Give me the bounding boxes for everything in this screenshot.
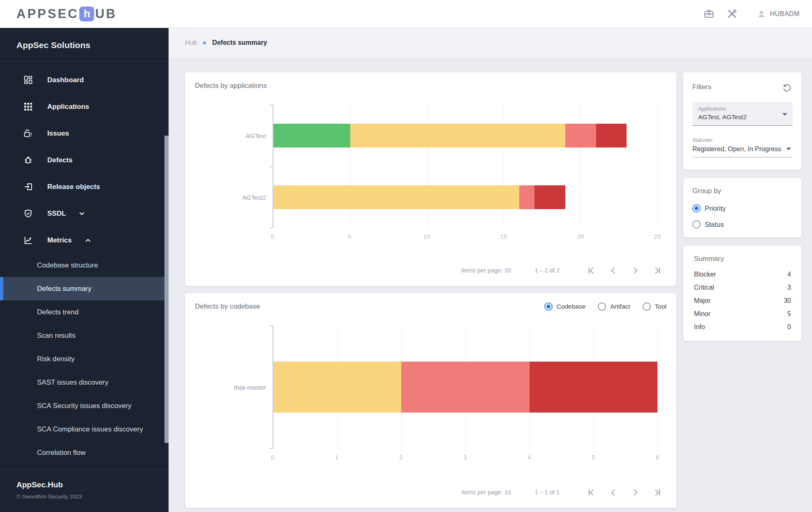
sub-item-label: Defects summary — [37, 285, 91, 293]
summary-card: Summary Blocker 4 Critical 3 Major 30 M — [683, 246, 802, 341]
bar-segment-blocker[interactable] — [534, 185, 565, 209]
summary-label: Info — [694, 323, 705, 331]
x-tick-label: 5 — [348, 233, 351, 240]
radio-label: Tool — [655, 303, 666, 310]
bar-segment-major[interactable] — [350, 124, 565, 148]
radio-label: Artifact — [610, 303, 630, 310]
sidebar-item-issues[interactable]: Issues — [0, 120, 169, 147]
exit-to-app-icon — [23, 182, 33, 192]
radio-priority[interactable]: Priority — [692, 204, 793, 212]
axis-tick — [270, 227, 273, 228]
sidebar-item-risk-density[interactable]: Risk density — [0, 347, 169, 371]
radio-status[interactable]: Status — [692, 220, 793, 228]
unlock-alert-icon — [23, 128, 33, 139]
previous-page-icon[interactable] — [607, 265, 619, 276]
chart-title: Defects by applications — [195, 82, 267, 90]
stacked-bar — [273, 362, 657, 413]
chevron-down-icon — [786, 148, 791, 150]
page-range: 1 – 1 of 1 — [535, 489, 560, 496]
charts-column: Defects by applications AGTestAGTest2 05… — [185, 72, 676, 512]
chevron-down-icon — [782, 113, 787, 116]
sidebar-item-codebase-structure[interactable]: Codebase structure — [0, 254, 169, 277]
sidebar-item-applications[interactable]: Applications — [0, 93, 169, 120]
sidebar-item-label: Applications — [47, 103, 89, 111]
sidebar-item-defects-summary[interactable]: Defects summary — [0, 277, 169, 300]
statuses-select-label: Statuses — [692, 137, 782, 143]
radio-codebase[interactable]: Codebase — [544, 302, 586, 311]
summary-title: Summary — [694, 255, 791, 263]
previous-page-icon[interactable] — [607, 487, 619, 498]
sidebar-item-release-objects[interactable]: Release objects — [0, 173, 169, 200]
applications-select-value: AGTest, AGTest2 — [698, 113, 779, 121]
items-per-page-value[interactable]: 10 — [504, 267, 511, 274]
axis-tick — [270, 448, 273, 449]
breadcrumb-hub-link[interactable]: Hub — [185, 39, 197, 46]
stacked-bar — [273, 185, 657, 209]
shield-check-icon — [23, 208, 33, 219]
footer-copyright: © Swordfish Security 2023 — [16, 494, 152, 500]
sidebar-item-defects-trend[interactable]: Defects trend — [0, 300, 169, 324]
chart-title: Defects by codebase — [195, 302, 260, 311]
bar-segment-blocker[interactable] — [596, 124, 627, 148]
bar-segment-major[interactable] — [273, 185, 519, 209]
x-tick-label: 15 — [500, 233, 507, 240]
user-menu[interactable]: HUBADM — [756, 9, 800, 19]
bar-segment-minor[interactable] — [273, 124, 350, 148]
sidebar-item-metrics[interactable]: Metrics — [0, 227, 169, 254]
bug-icon — [23, 155, 33, 166]
briefcase-icon[interactable] — [703, 8, 715, 20]
applications-select[interactable]: Applications AGTest, AGTest2 — [692, 102, 793, 126]
sidebar-item-sca-compliance-issues-discovery[interactable]: SCA Compliance issues discovery — [0, 417, 169, 441]
tools-icon[interactable] — [726, 8, 738, 20]
sidebar-nav: Dashboard Applications — [0, 62, 169, 464]
stacked-bar — [273, 124, 657, 148]
sidebar-item-sast-issues-discovery[interactable]: SAST issues discovery — [0, 371, 169, 394]
radio-label: Codebase — [557, 303, 586, 310]
summary-row-blocker: Blocker 4 — [694, 268, 791, 281]
chevron-down-icon — [77, 209, 86, 218]
statuses-select-value: Registered, Open, In Progress — [692, 145, 782, 153]
bar-segment-critical[interactable] — [519, 185, 534, 209]
bar-segment-critical[interactable] — [565, 124, 596, 148]
first-page-icon[interactable] — [585, 265, 597, 276]
paginator: Items per page: 10 1 – 2 of 2 — [195, 265, 666, 278]
sidebar-item-scan-results[interactable]: Scan results — [0, 324, 169, 347]
bar-segment-major[interactable] — [273, 362, 401, 413]
next-page-icon[interactable] — [629, 487, 641, 498]
sidebar-scrollbar[interactable] — [164, 136, 169, 443]
axis-tick — [270, 105, 273, 106]
x-tick-label: 25 — [654, 233, 661, 240]
radio-label: Priority — [705, 205, 726, 212]
breadcrumb: Hub Defects summary — [169, 28, 812, 58]
sidebar-item-correlation-flow[interactable]: Correlation flow — [0, 441, 169, 464]
last-page-icon[interactable] — [652, 487, 663, 498]
bar-segment-blocker[interactable] — [530, 362, 657, 413]
sidebar-item-defects[interactable]: Defects — [0, 147, 169, 173]
radio-tool[interactable]: Tool — [643, 302, 666, 311]
bar-row — [273, 105, 657, 166]
next-page-icon[interactable] — [629, 265, 641, 276]
app-logo: APPSEC h UB — [16, 7, 117, 21]
radio-artifact[interactable]: Artifact — [598, 302, 630, 311]
codebase-view-radio-group: Codebase Artifact Tool — [544, 302, 666, 311]
sub-item-label: SAST issues discovery — [37, 378, 109, 387]
summary-label: Major — [694, 297, 710, 304]
group-by-radio-group: Priority Status — [692, 204, 793, 228]
bar-segment-critical[interactable] — [401, 362, 529, 413]
first-page-icon[interactable] — [585, 487, 597, 498]
statuses-select[interactable]: Statuses Registered, Open, In Progress — [692, 137, 793, 157]
sidebar-item-dashboard[interactable]: Dashboard — [0, 67, 169, 93]
sidebar-item-sca-security-issues-discovery[interactable]: SCA Security issues discovery — [0, 394, 169, 417]
main-area: Hub Defects summary Defects by applicati… — [169, 28, 812, 512]
summary-label: Blocker — [694, 271, 716, 278]
x-tick-label: 0 — [271, 454, 274, 461]
defects-by-codebase-card: Defects by codebase Codebase Artifact To… — [185, 293, 676, 508]
items-per-page-value[interactable]: 10 — [504, 489, 511, 496]
sidebar-item-ssdl[interactable]: SSDL — [0, 200, 169, 227]
breadcrumb-separator-dot — [203, 42, 206, 44]
sub-item-label: Codebase structure — [37, 261, 98, 270]
x-tick-label: 3 — [463, 454, 467, 461]
reset-icon[interactable] — [781, 81, 793, 93]
last-page-icon[interactable] — [652, 265, 663, 276]
page-range: 1 – 2 of 2 — [535, 267, 560, 274]
